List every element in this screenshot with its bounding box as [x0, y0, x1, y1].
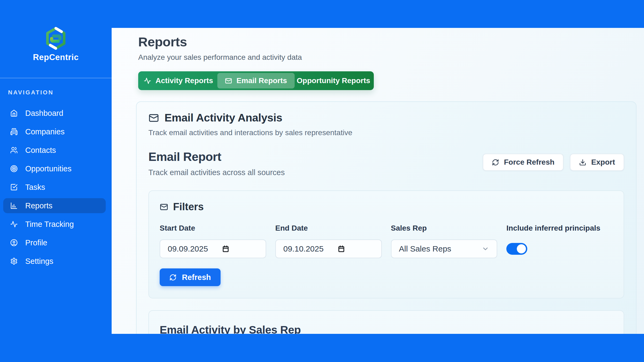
sidebar-item-time-tracking[interactable]: Time Tracking — [3, 217, 106, 232]
tab-opportunity-reports[interactable]: Opportunity Reports — [295, 73, 372, 88]
target-icon — [10, 165, 18, 172]
calendar-icon[interactable] — [222, 245, 229, 253]
tab-label: Email Reports — [236, 76, 287, 85]
sidebar-item-reports[interactable]: Reports — [3, 198, 106, 213]
sidebar-item-label: Opportunities — [25, 164, 72, 173]
brand-name: RepCentric — [0, 53, 112, 62]
summary-card: Email Activity by Sales Rep Summary of e… — [148, 310, 624, 334]
sidebar-item-label: Settings — [25, 257, 53, 266]
start-date-field: Start Date 09.09.2025 — [160, 224, 266, 258]
sidebar-item-label: Reports — [25, 201, 53, 210]
refresh-button[interactable]: Refresh — [160, 268, 221, 286]
end-date-input[interactable]: 09.10.2025 — [275, 239, 382, 258]
start-date-value: 09.09.2025 — [168, 244, 208, 253]
main-panel: Reports Analyze your sales performance a… — [112, 28, 644, 334]
chevron-down-icon — [482, 245, 489, 253]
analysis-title: Email Activity Analysis — [164, 112, 282, 124]
users-icon — [10, 146, 18, 154]
export-button[interactable]: Export — [570, 154, 624, 171]
sidebar-item-label: Companies — [25, 127, 65, 136]
include-inferred-field: Include inferred principals — [506, 224, 613, 258]
user-circle-icon — [10, 239, 18, 246]
refresh-icon — [169, 274, 177, 281]
sidebar-item-dashboard[interactable]: Dashboard — [3, 106, 106, 121]
toggle-knob — [517, 244, 526, 253]
end-date-field: End Date 09.10.2025 — [275, 224, 382, 258]
sidebar-item-label: Time Tracking — [25, 220, 74, 229]
sidebar-item-tasks[interactable]: Tasks — [3, 180, 106, 195]
download-icon — [579, 159, 586, 166]
sidebar-item-contacts[interactable]: Contacts — [3, 143, 106, 158]
sales-rep-label: Sales Rep — [391, 224, 497, 232]
sidebar-item-label: Tasks — [25, 183, 45, 192]
report-title: Email Report — [148, 150, 285, 164]
sales-rep-value: All Sales Reps — [399, 244, 451, 253]
report-subtitle: Track email activities across all source… — [148, 168, 285, 177]
page-title: Reports — [138, 34, 637, 49]
sidebar-item-profile[interactable]: Profile — [3, 235, 106, 250]
sidebar-item-label: Dashboard — [25, 109, 63, 118]
start-date-input[interactable]: 09.09.2025 — [160, 239, 266, 258]
include-inferred-label: Include inferred principals — [506, 224, 613, 232]
activity-icon — [10, 220, 18, 228]
mail-icon — [148, 113, 159, 123]
include-inferred-toggle[interactable] — [506, 243, 527, 255]
check-square-icon — [10, 183, 18, 191]
activity-icon — [144, 77, 151, 84]
sidebar: RepCentric NAVIGATION Dashboard Companie… — [0, 0, 112, 362]
tab-email-reports[interactable]: Email Reports — [217, 73, 295, 88]
start-date-label: Start Date — [160, 224, 266, 232]
report-heading-block: Email Report Track email activities acro… — [148, 150, 285, 177]
tab-activity-reports[interactable]: Activity Reports — [140, 73, 217, 88]
summary-title: Email Activity by Sales Rep — [160, 324, 613, 334]
refresh-label: Refresh — [182, 273, 211, 282]
tab-label: Activity Reports — [155, 76, 213, 85]
tab-label: Opportunity Reports — [297, 76, 370, 85]
reports-tabbar: Activity Reports Email Reports Opportuni… — [138, 71, 374, 90]
filters-card: Filters Start Date 09.09.2025 — [148, 190, 624, 298]
brand-logo-block: RepCentric — [0, 26, 112, 62]
sidebar-item-settings[interactable]: Settings — [3, 254, 106, 269]
sidebar-item-companies[interactable]: Companies — [3, 124, 106, 139]
sidebar-divider — [0, 78, 112, 78]
analysis-subtitle: Track email activities and interactions … — [148, 128, 624, 137]
page-subtitle: Analyze your sales performance and activ… — [138, 53, 637, 62]
repcentric-logo-icon — [45, 26, 67, 50]
force-refresh-label: Force Refresh — [504, 158, 554, 167]
building-icon — [10, 128, 18, 135]
sidebar-item-label: Profile — [25, 238, 47, 247]
calendar-icon[interactable] — [338, 245, 345, 253]
sidebar-nav: Dashboard Companies Contacts Opportuniti… — [3, 106, 106, 269]
sidebar-item-opportunities[interactable]: Opportunities — [3, 161, 106, 176]
email-activity-analysis-card: Email Activity Analysis Track email acti… — [136, 101, 636, 334]
refresh-icon — [492, 159, 499, 166]
home-icon — [10, 109, 18, 117]
bar-chart-icon — [10, 202, 18, 209]
sales-rep-select[interactable]: All Sales Reps — [391, 239, 497, 258]
filters-title: Filters — [173, 201, 204, 213]
app-root: RepCentric NAVIGATION Dashboard Companie… — [0, 0, 644, 362]
sidebar-item-label: Contacts — [25, 146, 56, 155]
mail-icon — [225, 77, 232, 84]
gear-icon — [10, 257, 18, 265]
end-date-value: 09.10.2025 — [283, 244, 324, 253]
nav-section-label: NAVIGATION — [8, 89, 54, 96]
export-label: Export — [591, 158, 615, 167]
end-date-label: End Date — [275, 224, 382, 232]
mail-icon — [160, 203, 168, 211]
sales-rep-field: Sales Rep All Sales Reps — [391, 224, 497, 258]
force-refresh-button[interactable]: Force Refresh — [483, 154, 564, 171]
